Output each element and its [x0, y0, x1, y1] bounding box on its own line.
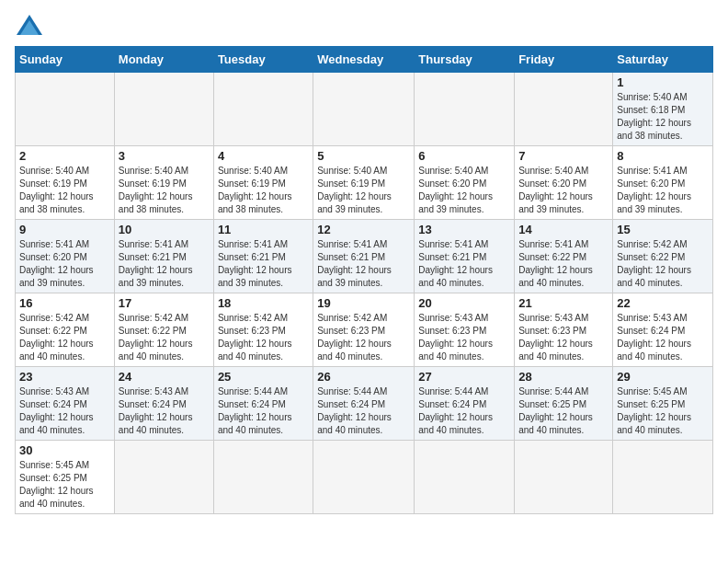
day-number: 11 — [218, 223, 309, 236]
calendar-cell: 5Sunrise: 5:40 AM Sunset: 6:19 PM Daylig… — [313, 146, 415, 220]
calendar-cell: 8Sunrise: 5:41 AM Sunset: 6:20 PM Daylig… — [613, 146, 713, 220]
calendar-cell: 22Sunrise: 5:43 AM Sunset: 6:24 PM Dayli… — [613, 293, 713, 367]
day-info: Sunrise: 5:41 AM Sunset: 6:21 PM Dayligh… — [418, 238, 510, 290]
calendar-cell: 3Sunrise: 5:40 AM Sunset: 6:19 PM Daylig… — [114, 146, 213, 220]
calendar-cell — [213, 73, 313, 146]
day-number: 30 — [19, 443, 110, 457]
calendar-cell: 29Sunrise: 5:45 AM Sunset: 6:25 PM Dayli… — [613, 367, 713, 441]
weekday-header-saturday: Saturday — [613, 47, 713, 73]
day-info: Sunrise: 5:42 AM Sunset: 6:23 PM Dayligh… — [218, 312, 309, 363]
calendar-cell: 2Sunrise: 5:40 AM Sunset: 6:19 PM Daylig… — [16, 146, 115, 220]
weekday-header-monday: Monday — [114, 47, 213, 73]
logo-icon — [17, 15, 42, 35]
day-number: 23 — [19, 370, 110, 384]
calendar-cell: 19Sunrise: 5:42 AM Sunset: 6:23 PM Dayli… — [313, 293, 415, 367]
day-number: 28 — [518, 370, 609, 384]
calendar-table: SundayMondayTuesdayWednesdayThursdayFrid… — [15, 46, 713, 514]
day-info: Sunrise: 5:41 AM Sunset: 6:20 PM Dayligh… — [617, 165, 709, 216]
calendar-week-row: 16Sunrise: 5:42 AM Sunset: 6:22 PM Dayli… — [16, 293, 713, 367]
calendar-cell — [415, 73, 515, 146]
weekday-header-tuesday: Tuesday — [213, 47, 313, 73]
calendar-cell: 14Sunrise: 5:41 AM Sunset: 6:22 PM Dayli… — [515, 220, 613, 293]
calendar-cell — [613, 441, 713, 514]
calendar-cell: 7Sunrise: 5:40 AM Sunset: 6:20 PM Daylig… — [515, 146, 613, 220]
calendar-cell: 20Sunrise: 5:43 AM Sunset: 6:23 PM Dayli… — [415, 293, 515, 367]
day-number: 15 — [617, 223, 709, 236]
day-info: Sunrise: 5:42 AM Sunset: 6:22 PM Dayligh… — [119, 312, 210, 363]
day-info: Sunrise: 5:43 AM Sunset: 6:23 PM Dayligh… — [518, 312, 609, 363]
weekday-header-row: SundayMondayTuesdayWednesdayThursdayFrid… — [16, 47, 713, 73]
day-info: Sunrise: 5:40 AM Sunset: 6:20 PM Dayligh… — [418, 165, 510, 216]
day-info: Sunrise: 5:42 AM Sunset: 6:22 PM Dayligh… — [617, 238, 709, 290]
day-info: Sunrise: 5:43 AM Sunset: 6:24 PM Dayligh… — [617, 312, 709, 363]
calendar-cell: 6Sunrise: 5:40 AM Sunset: 6:20 PM Daylig… — [415, 146, 515, 220]
day-number: 26 — [317, 370, 410, 384]
day-info: Sunrise: 5:44 AM Sunset: 6:24 PM Dayligh… — [218, 385, 309, 437]
calendar-cell: 23Sunrise: 5:43 AM Sunset: 6:24 PM Dayli… — [16, 367, 115, 441]
day-info: Sunrise: 5:44 AM Sunset: 6:24 PM Dayligh… — [317, 385, 410, 437]
day-number: 20 — [418, 296, 510, 310]
day-number: 16 — [19, 296, 110, 310]
day-number: 1 — [617, 75, 709, 89]
calendar-cell: 1Sunrise: 5:40 AM Sunset: 6:18 PM Daylig… — [613, 73, 713, 146]
calendar-week-row: 23Sunrise: 5:43 AM Sunset: 6:24 PM Dayli… — [16, 367, 713, 441]
day-number: 19 — [317, 296, 410, 310]
day-number: 14 — [518, 223, 609, 236]
calendar-cell: 16Sunrise: 5:42 AM Sunset: 6:22 PM Dayli… — [16, 293, 115, 367]
calendar-week-row: 9Sunrise: 5:41 AM Sunset: 6:20 PM Daylig… — [16, 220, 713, 293]
weekday-header-sunday: Sunday — [16, 47, 115, 73]
day-info: Sunrise: 5:40 AM Sunset: 6:19 PM Dayligh… — [218, 165, 309, 216]
calendar-cell: 27Sunrise: 5:44 AM Sunset: 6:24 PM Dayli… — [415, 367, 515, 441]
day-number: 2 — [19, 149, 110, 163]
calendar-cell: 15Sunrise: 5:42 AM Sunset: 6:22 PM Dayli… — [613, 220, 713, 293]
calendar-cell — [213, 441, 313, 514]
calendar-week-row: 2Sunrise: 5:40 AM Sunset: 6:19 PM Daylig… — [16, 146, 713, 220]
day-number: 24 — [119, 370, 210, 384]
calendar-cell: 13Sunrise: 5:41 AM Sunset: 6:21 PM Dayli… — [415, 220, 515, 293]
calendar-cell — [114, 441, 213, 514]
calendar-cell: 18Sunrise: 5:42 AM Sunset: 6:23 PM Dayli… — [213, 293, 313, 367]
day-info: Sunrise: 5:41 AM Sunset: 6:21 PM Dayligh… — [119, 238, 210, 290]
day-info: Sunrise: 5:41 AM Sunset: 6:21 PM Dayligh… — [317, 238, 410, 290]
calendar-cell — [313, 441, 415, 514]
calendar-cell: 11Sunrise: 5:41 AM Sunset: 6:21 PM Dayli… — [213, 220, 313, 293]
calendar-cell — [16, 73, 115, 146]
day-number: 4 — [218, 149, 309, 163]
page-header — [15, 15, 713, 35]
day-info: Sunrise: 5:41 AM Sunset: 6:20 PM Dayligh… — [19, 238, 110, 290]
day-info: Sunrise: 5:42 AM Sunset: 6:23 PM Dayligh… — [317, 312, 410, 363]
day-info: Sunrise: 5:45 AM Sunset: 6:25 PM Dayligh… — [617, 385, 709, 437]
day-number: 22 — [617, 296, 709, 310]
day-info: Sunrise: 5:44 AM Sunset: 6:25 PM Dayligh… — [518, 385, 609, 437]
calendar-cell — [415, 441, 515, 514]
day-info: Sunrise: 5:45 AM Sunset: 6:25 PM Dayligh… — [19, 459, 110, 511]
calendar-cell: 4Sunrise: 5:40 AM Sunset: 6:19 PM Daylig… — [213, 146, 313, 220]
calendar-cell: 12Sunrise: 5:41 AM Sunset: 6:21 PM Dayli… — [313, 220, 415, 293]
weekday-header-wednesday: Wednesday — [313, 47, 415, 73]
calendar-cell: 30Sunrise: 5:45 AM Sunset: 6:25 PM Dayli… — [16, 441, 115, 514]
day-info: Sunrise: 5:44 AM Sunset: 6:24 PM Dayligh… — [418, 385, 510, 437]
day-info: Sunrise: 5:40 AM Sunset: 6:19 PM Dayligh… — [19, 165, 110, 216]
calendar-cell — [313, 73, 415, 146]
day-number: 6 — [418, 149, 510, 163]
calendar-cell: 28Sunrise: 5:44 AM Sunset: 6:25 PM Dayli… — [515, 367, 613, 441]
logo-area — [15, 15, 42, 35]
day-info: Sunrise: 5:40 AM Sunset: 6:19 PM Dayligh… — [119, 165, 210, 216]
calendar-cell — [515, 441, 613, 514]
day-info: Sunrise: 5:40 AM Sunset: 6:20 PM Dayligh… — [518, 165, 609, 216]
weekday-header-thursday: Thursday — [415, 47, 515, 73]
calendar-cell — [515, 73, 613, 146]
calendar-cell: 25Sunrise: 5:44 AM Sunset: 6:24 PM Dayli… — [213, 367, 313, 441]
calendar-cell: 26Sunrise: 5:44 AM Sunset: 6:24 PM Dayli… — [313, 367, 415, 441]
day-number: 13 — [418, 223, 510, 236]
day-info: Sunrise: 5:41 AM Sunset: 6:22 PM Dayligh… — [518, 238, 609, 290]
calendar-cell: 21Sunrise: 5:43 AM Sunset: 6:23 PM Dayli… — [515, 293, 613, 367]
day-info: Sunrise: 5:40 AM Sunset: 6:18 PM Dayligh… — [617, 91, 709, 143]
weekday-header-friday: Friday — [515, 47, 613, 73]
day-number: 18 — [218, 296, 309, 310]
day-info: Sunrise: 5:41 AM Sunset: 6:21 PM Dayligh… — [218, 238, 309, 290]
day-info: Sunrise: 5:43 AM Sunset: 6:24 PM Dayligh… — [119, 385, 210, 437]
day-number: 3 — [119, 149, 210, 163]
day-info: Sunrise: 5:43 AM Sunset: 6:24 PM Dayligh… — [19, 385, 110, 437]
calendar-cell: 10Sunrise: 5:41 AM Sunset: 6:21 PM Dayli… — [114, 220, 213, 293]
